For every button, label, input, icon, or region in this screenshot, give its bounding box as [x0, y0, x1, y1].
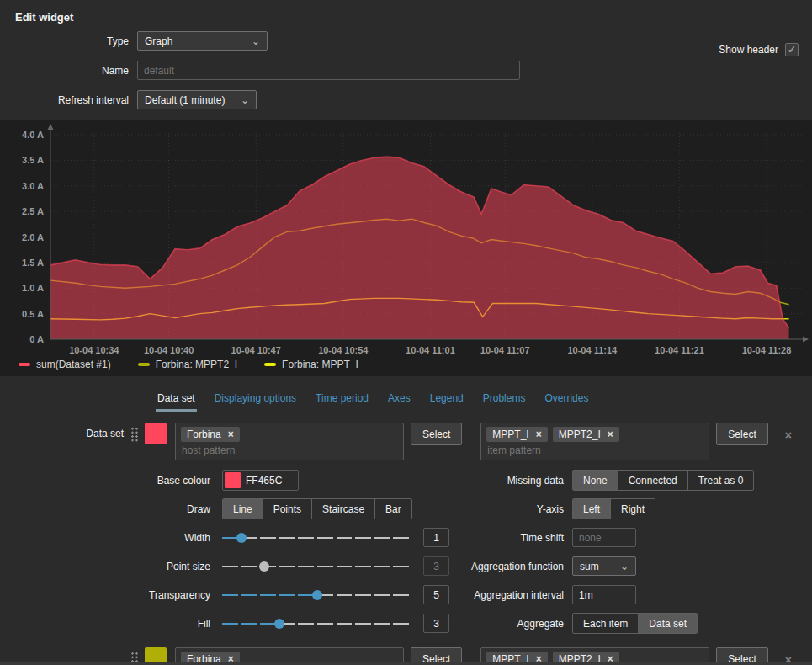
- close-icon[interactable]: ×: [608, 430, 613, 439]
- missing-none-button[interactable]: None: [573, 471, 618, 490]
- base-colour-swatch[interactable]: [225, 472, 241, 488]
- svg-text:2.5 A: 2.5 A: [22, 206, 44, 216]
- svg-text:10-04 11:14: 10-04 11:14: [567, 345, 618, 355]
- name-label: Name: [0, 65, 129, 77]
- svg-text:1.5 A: 1.5 A: [22, 258, 44, 268]
- transparency-value-input[interactable]: [423, 585, 449, 604]
- host-tag-label: Forbina: [187, 428, 221, 440]
- transparency-slider[interactable]: [222, 590, 412, 600]
- draw-points-button[interactable]: Points: [263, 499, 312, 519]
- legend-label: Forbina: MPPT_I: [282, 359, 358, 370]
- type-select[interactable]: Graph ⌄: [137, 31, 268, 51]
- draw-bar-button[interactable]: Bar: [375, 499, 411, 519]
- time-shift-input[interactable]: [572, 528, 636, 547]
- aggregation-interval-input[interactable]: [572, 585, 636, 604]
- close-icon[interactable]: ×: [536, 430, 542, 439]
- aggregate-data-set-button[interactable]: Data set: [639, 614, 697, 633]
- aggregation-function-label: Aggregation function: [454, 561, 564, 572]
- slider-thumb[interactable]: [236, 533, 247, 543]
- y-axis-left-button[interactable]: Left: [573, 499, 611, 519]
- draw-segmented: Line Points Staircase Bar: [222, 498, 412, 519]
- slider-thumb[interactable]: [312, 590, 322, 600]
- tab-time-period[interactable]: Time period: [314, 386, 370, 412]
- slider-thumb[interactable]: [274, 619, 284, 629]
- width-label: Width: [0, 532, 210, 544]
- drag-handle-icon[interactable]: [130, 427, 139, 442]
- type-label: Type: [0, 35, 129, 47]
- aggregation-function-value: sum: [580, 561, 599, 572]
- fill-slider[interactable]: [222, 619, 412, 629]
- dataset-1-color-swatch[interactable]: [145, 423, 167, 444]
- host-pattern-multiselect[interactable]: Forbina ×: [175, 423, 404, 460]
- type-select-value: Graph: [145, 35, 172, 47]
- config-tabs: Data set Displaying options Time period …: [0, 386, 812, 412]
- refresh-interval-select[interactable]: Default (1 minute) ⌄: [137, 90, 257, 109]
- host-tag: Forbina ×: [181, 427, 240, 442]
- draw-label: Draw: [0, 503, 210, 515]
- slider-fill: [222, 623, 279, 625]
- refresh-interval-value: Default (1 minute): [145, 94, 225, 106]
- chevron-down-icon: ⌄: [620, 562, 629, 571]
- tab-displaying-options[interactable]: Displaying options: [213, 386, 298, 412]
- close-icon[interactable]: ×: [228, 430, 234, 439]
- fill-value-input[interactable]: [423, 614, 449, 633]
- tab-overrides[interactable]: Overrides: [543, 386, 590, 412]
- svg-text:10-04 11:21: 10-04 11:21: [655, 345, 704, 355]
- legend-item: Forbina: MPPT2_I: [138, 359, 237, 370]
- tab-axes[interactable]: Axes: [386, 386, 412, 412]
- legend-swatch: [19, 363, 30, 366]
- legend-item: sum(Dataset #1): [19, 359, 111, 370]
- host-pattern-input[interactable]: [181, 442, 390, 456]
- tab-problems[interactable]: Problems: [481, 386, 528, 412]
- slider-thumb: [259, 561, 269, 572]
- graph-canvas: 0 A0.5 A1.0 A1.5 A2.0 A2.5 A3.0 A3.5 A4.…: [0, 120, 812, 355]
- width-slider[interactable]: [222, 533, 412, 543]
- item-select-button[interactable]: Select: [716, 423, 767, 445]
- legend-swatch: [264, 363, 276, 366]
- item-pattern-input[interactable]: [486, 442, 695, 456]
- y-axis-segmented: Left Right: [572, 498, 655, 519]
- legend-item: Forbina: MPPT_I: [264, 359, 358, 370]
- base-colour-picker[interactable]: [222, 470, 299, 491]
- missing-data-label: Missing data: [454, 475, 564, 487]
- svg-text:3.0 A: 3.0 A: [22, 181, 44, 191]
- svg-text:10-04 10:34: 10-04 10:34: [69, 345, 119, 355]
- dataset-options: Base colour Draw Line Points Staircase B…: [0, 471, 812, 642]
- y-axis-right-button[interactable]: Right: [611, 499, 655, 519]
- tab-data-set[interactable]: Data set: [156, 386, 197, 412]
- point-size-slider: [222, 561, 412, 572]
- tab-legend[interactable]: Legend: [428, 386, 465, 412]
- svg-text:4.0 A: 4.0 A: [22, 130, 44, 140]
- legend-swatch: [138, 363, 150, 366]
- widget-general-form: Type Graph ⌄ Show header ✓ Name Refresh …: [0, 31, 812, 109]
- item-pattern-multiselect[interactable]: MPPT_I × MPPT2_I ×: [480, 423, 709, 460]
- draw-staircase-button[interactable]: Staircase: [312, 499, 375, 519]
- legend-label: Forbina: MPPT2_I: [156, 359, 237, 370]
- aggregation-function-select[interactable]: sum ⌄: [572, 556, 636, 576]
- draw-line-button[interactable]: Line: [223, 499, 263, 519]
- point-size-label: Point size: [0, 561, 210, 572]
- graph-legend: sum(Dataset #1) Forbina: MPPT2_I Forbina…: [19, 359, 358, 370]
- show-header-checkbox[interactable]: ✓: [785, 43, 799, 56]
- check-icon: ✓: [788, 44, 796, 56]
- missing-data-segmented: None Connected Treat as 0: [572, 470, 754, 491]
- svg-text:1.0 A: 1.0 A: [22, 283, 44, 293]
- remove-dataset-icon[interactable]: ×: [785, 428, 792, 442]
- host-select-button[interactable]: Select: [411, 423, 462, 445]
- fill-label: Fill: [0, 618, 210, 630]
- width-value-input[interactable]: [423, 528, 449, 547]
- item-tag-label: MPPT_I: [492, 428, 528, 440]
- chevron-down-icon: ⌄: [241, 96, 249, 104]
- base-colour-input[interactable]: [241, 475, 296, 487]
- aggregate-each-item-button[interactable]: Each item: [573, 614, 639, 633]
- slider-track[interactable]: [222, 537, 412, 539]
- svg-text:3.5 A: 3.5 A: [22, 155, 44, 165]
- missing-connected-button[interactable]: Connected: [618, 471, 688, 490]
- chevron-down-icon: ⌄: [252, 37, 260, 45]
- missing-treat-as-0-button[interactable]: Treat as 0: [688, 471, 754, 490]
- aggregate-segmented: Each item Data set: [572, 613, 698, 634]
- name-input[interactable]: [137, 61, 520, 80]
- base-colour-label: Base colour: [0, 475, 210, 487]
- show-header-label: Show header: [719, 44, 778, 56]
- svg-text:2.0 A: 2.0 A: [22, 232, 44, 242]
